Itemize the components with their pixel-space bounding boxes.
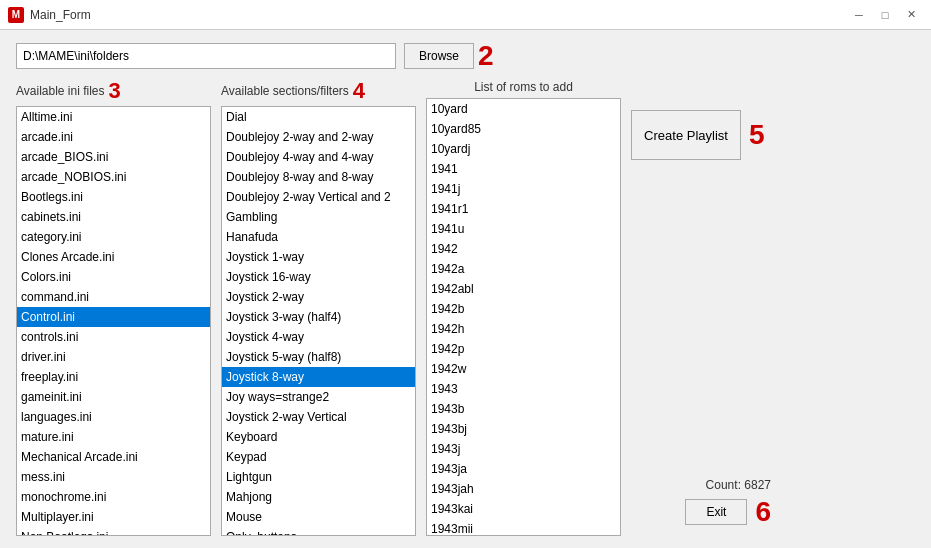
list-item[interactable]: Clones Arcade.ini (17, 247, 210, 267)
side-actions: Create Playlist 5 Count: 6827 Exit 6 (631, 80, 771, 536)
list-item[interactable]: Doublejoy 2-way Vertical and 2 (222, 187, 415, 207)
exit-row: Exit 6 (685, 498, 771, 526)
bottom-bar: Count: 6827 Exit 6 (631, 478, 771, 526)
bottom-right: Count: 6827 Exit 6 (685, 478, 771, 526)
list-item[interactable]: category.ini (17, 227, 210, 247)
list-item[interactable]: Keyboard (222, 427, 415, 447)
list-item[interactable]: 1942a (427, 259, 620, 279)
list-item[interactable]: arcade_BIOS.ini (17, 147, 210, 167)
list-item[interactable]: Mechanical Arcade.ini (17, 447, 210, 467)
browse-section: Browse 2 (404, 42, 494, 70)
list-item[interactable]: Multiplayer.ini (17, 507, 210, 527)
browse-button[interactable]: Browse (404, 43, 474, 69)
list-item[interactable]: Only_buttons (222, 527, 415, 536)
list-item[interactable]: mess.ini (17, 467, 210, 487)
list-item[interactable]: 1942abl (427, 279, 620, 299)
lists-area: Available ini files 3 Alltime.iniarcade.… (16, 80, 915, 536)
list-item[interactable]: 1943kai (427, 499, 620, 519)
list-item[interactable]: 1942h (427, 319, 620, 339)
list-item[interactable]: Non Bootlegs.ini (17, 527, 210, 536)
list-item[interactable]: 1942p (427, 339, 620, 359)
list-item[interactable]: Doublejoy 8-way and 8-way (222, 167, 415, 187)
list-item[interactable]: Gambling (222, 207, 415, 227)
list-item[interactable]: 1943b (427, 399, 620, 419)
list-item[interactable]: Dial (222, 107, 415, 127)
list-item[interactable]: Doublejoy 2-way and 2-way (222, 127, 415, 147)
list-item[interactable]: 1941j (427, 179, 620, 199)
list-item[interactable]: languages.ini (17, 407, 210, 427)
list-item[interactable]: Joystick 2-way (222, 287, 415, 307)
list-item[interactable]: controls.ini (17, 327, 210, 347)
list-item[interactable]: arcade_NOBIOS.ini (17, 167, 210, 187)
list-item[interactable]: 1943ja (427, 459, 620, 479)
list-item[interactable]: gameinit.ini (17, 387, 210, 407)
sections-listbox[interactable]: DialDoublejoy 2-way and 2-wayDoublejoy 4… (221, 106, 416, 536)
list-item[interactable]: 10yard (427, 99, 620, 119)
ini-files-listbox[interactable]: Alltime.iniarcade.iniarcade_BIOS.iniarca… (16, 106, 211, 536)
step-number-exit: 6 (755, 498, 771, 526)
list-item[interactable]: Joystick 2-way Vertical (222, 407, 415, 427)
list-item[interactable]: command.ini (17, 287, 210, 307)
list-item[interactable]: Mouse (222, 507, 415, 527)
ini-files-panel: Available ini files 3 Alltime.iniarcade.… (16, 80, 211, 536)
list-item[interactable]: Joystick 5-way (half8) (222, 347, 415, 367)
main-content: Browse 2 Available ini files 3 Alltime.i… (0, 30, 931, 548)
list-item[interactable]: 1941u (427, 219, 620, 239)
list-item[interactable]: Joystick 3-way (half4) (222, 307, 415, 327)
list-item[interactable]: 1942b (427, 299, 620, 319)
step-number-ini: 3 (109, 80, 121, 102)
list-item[interactable]: 1942 (427, 239, 620, 259)
list-item[interactable]: Control.ini (17, 307, 210, 327)
list-item[interactable]: Joy ways=strange2 (222, 387, 415, 407)
count-label: Count: 6827 (706, 478, 771, 492)
window-controls: ─ □ ✕ (847, 6, 923, 24)
list-item[interactable]: driver.ini (17, 347, 210, 367)
step-number-browse: 2 (478, 42, 494, 70)
list-item[interactable]: Bootlegs.ini (17, 187, 210, 207)
list-item[interactable]: 10yard85 (427, 119, 620, 139)
roms-list: 10yard10yard8510yardj19411941j1941r11941… (427, 99, 620, 536)
list-item[interactable]: 1941 (427, 159, 620, 179)
create-playlist-button[interactable]: Create Playlist (631, 110, 741, 160)
minimize-button[interactable]: ─ (847, 6, 871, 24)
list-item[interactable]: 1942w (427, 359, 620, 379)
list-item[interactable]: 1941r1 (427, 199, 620, 219)
list-item[interactable]: Doublejoy 4-way and 4-way (222, 147, 415, 167)
list-item[interactable]: cabinets.ini (17, 207, 210, 227)
step-number-create: 5 (749, 121, 765, 149)
list-item[interactable]: Joystick 8-way (222, 367, 415, 387)
list-item[interactable]: 1943 (427, 379, 620, 399)
roms-panel: List of roms to add 10yard10yard8510yard… (426, 80, 621, 536)
list-item[interactable]: 1943j (427, 439, 620, 459)
list-item[interactable]: Mahjong (222, 487, 415, 507)
close-button[interactable]: ✕ (899, 6, 923, 24)
roms-listbox[interactable]: 10yard10yard8510yardj19411941j1941r11941… (426, 98, 621, 536)
title-bar: M Main_Form ─ □ ✕ (0, 0, 931, 30)
list-item[interactable]: monochrome.ini (17, 487, 210, 507)
window-title: Main_Form (30, 8, 91, 22)
step-number-sections: 4 (353, 80, 365, 102)
list-item[interactable]: Joystick 16-way (222, 267, 415, 287)
maximize-button[interactable]: □ (873, 6, 897, 24)
roms-label: List of roms to add (426, 80, 621, 94)
create-playlist-section: Create Playlist 5 (631, 110, 771, 160)
list-item[interactable]: mature.ini (17, 427, 210, 447)
title-bar-left: M Main_Form (8, 7, 91, 23)
list-item[interactable]: Keypad (222, 447, 415, 467)
list-item[interactable]: Alltime.ini (17, 107, 210, 127)
list-item[interactable]: Joystick 4-way (222, 327, 415, 347)
list-item[interactable]: 10yardj (427, 139, 620, 159)
path-input[interactable] (16, 43, 396, 69)
list-item[interactable]: Colors.ini (17, 267, 210, 287)
list-item[interactable]: 1943bj (427, 419, 620, 439)
list-item[interactable]: 1943mii (427, 519, 620, 536)
ini-files-list: Alltime.iniarcade.iniarcade_BIOS.iniarca… (17, 107, 210, 536)
list-item[interactable]: Hanafuda (222, 227, 415, 247)
list-item[interactable]: freeplay.ini (17, 367, 210, 387)
list-item[interactable]: arcade.ini (17, 127, 210, 147)
ini-files-label: Available ini files (16, 84, 105, 98)
exit-button[interactable]: Exit (685, 499, 747, 525)
list-item[interactable]: 1943jah (427, 479, 620, 499)
list-item[interactable]: Joystick 1-way (222, 247, 415, 267)
list-item[interactable]: Lightgun (222, 467, 415, 487)
